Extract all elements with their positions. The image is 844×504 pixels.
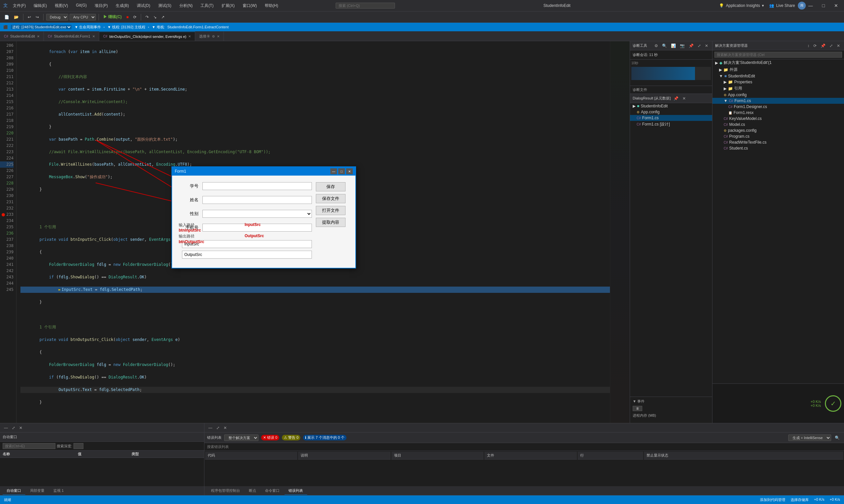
- sln-search-input[interactable]: [714, 52, 842, 58]
- add-to-source-control-btn[interactable]: 添加到代码管理: [760, 498, 785, 502]
- tree-project[interactable]: ▼ ■ StudentInfoEdit: [712, 73, 844, 79]
- error-close-btn[interactable]: ✕: [222, 425, 228, 431]
- tab-btnoutputsrc[interactable]: C# btnOutputSrc_Click(object sender, Eve…: [99, 32, 195, 41]
- step-into-btn[interactable]: ↘: [152, 14, 158, 20]
- tab-watch1[interactable]: 监视 1: [49, 487, 68, 494]
- menu-tools[interactable]: 工具(T): [199, 2, 214, 9]
- diag-float-btn[interactable]: ⤢: [696, 43, 702, 49]
- tree-appconfig[interactable]: ⚙ App.config: [630, 109, 712, 115]
- save-file-btn[interactable]: 保存文件: [316, 194, 345, 203]
- tab-close-1[interactable]: ✕: [92, 35, 95, 38]
- undo-btn[interactable]: ↩: [26, 14, 33, 20]
- menu-ext[interactable]: 扩展(X): [220, 2, 236, 9]
- sln-sync-btn[interactable]: ↕: [806, 43, 811, 49]
- menu-window[interactable]: 窗口(W): [241, 2, 258, 9]
- tree-keyvaluemodel[interactable]: C# KeyValueModel.cs: [712, 115, 844, 122]
- open-file-btn[interactable]: 📂: [12, 14, 20, 20]
- debug-config-select[interactable]: Debug: [46, 14, 68, 20]
- tree-model[interactable]: C# Model.cs: [712, 122, 844, 127]
- restart-btn[interactable]: ⟳: [132, 14, 138, 20]
- process-select[interactable]: 进程: [24876] StudentInfoEdit.exe: [11, 24, 72, 30]
- tab-studentinfoedit[interactable]: C# StudentInfoEdit ✕: [0, 32, 44, 41]
- tree-form1resx[interactable]: 📋 Form1.resx: [712, 110, 844, 115]
- diag-close-btn[interactable]: ✕: [704, 43, 709, 49]
- user-avatar[interactable]: 用: [798, 2, 806, 10]
- open-file-btn[interactable]: 打开文件: [316, 206, 345, 215]
- autos-pin-btn[interactable]: —: [3, 425, 9, 431]
- xingming-input[interactable]: [203, 196, 312, 204]
- diag-settings-btn[interactable]: ⚙: [653, 43, 659, 49]
- tree-form1cs-sln[interactable]: ▼ C# Form1.cs: [712, 98, 844, 104]
- sln-pin-btn[interactable]: 📌: [819, 43, 827, 49]
- tab-cmd[interactable]: 命令窗口: [261, 487, 284, 494]
- menu-help[interactable]: 帮助(H): [263, 2, 279, 9]
- autos-float-btn[interactable]: ⤢: [11, 425, 16, 431]
- tree-studentinfoedit[interactable]: ▶ ■ StudentInfoEdit: [630, 103, 712, 109]
- menu-git[interactable]: Git(G): [74, 2, 88, 9]
- tab-xuantianka[interactable]: 选填卡 ⚙ ✕: [195, 32, 224, 41]
- outputsrc-field[interactable]: [182, 251, 312, 258]
- diag-graph-btn[interactable]: 📊: [670, 43, 677, 49]
- menu-file[interactable]: 文件(F): [12, 2, 27, 9]
- menu-analyze[interactable]: 分析(N): [178, 2, 194, 9]
- form1-maximize-btn[interactable]: □: [338, 168, 345, 174]
- tree-properties[interactable]: ▶ 📁 Properties: [712, 79, 844, 85]
- tab-close-3[interactable]: ✕: [217, 35, 220, 38]
- dialog-result-close-btn[interactable]: ✕: [681, 95, 687, 102]
- global-search-input[interactable]: [335, 3, 395, 8]
- xingbie-select[interactable]: [203, 210, 312, 218]
- message-count-badge[interactable]: ℹ 展示 7 个消息中的 0 个: [303, 435, 346, 440]
- tree-form1designer[interactable]: C# Form1.Designer.cs: [712, 104, 844, 110]
- build-intellisense-select[interactable]: 生成 + IntelliSense: [788, 434, 831, 441]
- depth-input[interactable]: 3: [73, 443, 83, 449]
- menu-edit[interactable]: 编辑(E): [32, 2, 48, 9]
- menu-project[interactable]: 项目(P): [93, 2, 109, 9]
- xuehao-input[interactable]: [203, 182, 312, 190]
- step-over-btn[interactable]: ↷: [144, 14, 150, 20]
- sln-close-btn[interactable]: ✕: [836, 43, 841, 49]
- app-insights-btn[interactable]: 💡 Application Insights ▾: [719, 3, 764, 8]
- autos-search-input[interactable]: [3, 443, 55, 449]
- tree-packagesconfig[interactable]: ⚙ packages.config: [712, 127, 844, 133]
- tree-external[interactable]: ▶ 📁 外源: [712, 66, 844, 73]
- menu-debug[interactable]: 调试(D): [136, 2, 152, 9]
- maximize-btn[interactable]: □: [820, 2, 828, 9]
- diag-pin-btn[interactable]: 📌: [687, 43, 695, 49]
- tree-program[interactable]: C# Program.cs: [712, 133, 844, 139]
- tab-error-list[interactable]: 错误列表: [285, 487, 307, 495]
- tree-student[interactable]: C# Student.cs: [712, 145, 844, 151]
- tab-breakpoints[interactable]: 断点: [245, 487, 260, 494]
- platform-select[interactable]: Any CPU: [70, 14, 96, 20]
- menu-view[interactable]: 视图(V): [53, 2, 69, 9]
- minimize-btn[interactable]: —: [806, 2, 816, 9]
- tree-solution-root[interactable]: ▶ ◆ 解决方案'StudentInfoEdit'(1: [712, 59, 844, 66]
- diag-search-btn[interactable]: 🔍: [661, 43, 668, 49]
- form1-minimize-btn[interactable]: —: [330, 168, 337, 174]
- error-float-btn[interactable]: ⤢: [215, 425, 221, 431]
- tree-readwritetextfile[interactable]: C# ReadWriteTextFile.cs: [712, 139, 844, 145]
- form1-close-btn[interactable]: ✕: [346, 168, 353, 174]
- error-scope-select[interactable]: 整个解决方案: [224, 434, 258, 441]
- sln-float-btn[interactable]: ⤢: [828, 43, 834, 49]
- new-file-btn[interactable]: 📄: [3, 14, 11, 20]
- extract-btn[interactable]: 提取内容: [316, 218, 345, 227]
- step-out-btn[interactable]: ↗: [159, 14, 166, 20]
- lifecycle-btn[interactable]: ▼ 生命周期事件: [74, 25, 101, 30]
- thread-select[interactable]: ▼ 线程: [31392] 主线程: [107, 25, 145, 30]
- warning-count-badge[interactable]: ⚠ 警告 0: [282, 435, 300, 440]
- tab-locals[interactable]: 局部变量: [26, 487, 49, 494]
- error-count-badge[interactable]: ✕ 错误 0: [261, 435, 279, 440]
- error-pin-btn[interactable]: —: [207, 425, 214, 431]
- dialog-result-pin-btn[interactable]: 📌: [672, 95, 680, 102]
- tree-form1cs[interactable]: C# Form1.cs: [630, 115, 712, 121]
- sln-refresh-btn[interactable]: ⟳: [812, 43, 818, 49]
- tab-form1[interactable]: C# StudentInfoEdit.Form1 ✕: [44, 32, 99, 41]
- stop-btn[interactable]: ■: [125, 14, 130, 20]
- close-btn[interactable]: ✕: [831, 2, 841, 9]
- tab-package-manager[interactable]: 程序包管理控制台: [207, 487, 244, 494]
- tab-close-0[interactable]: ✕: [37, 35, 39, 38]
- error-search-btn[interactable]: 🔍: [833, 434, 841, 441]
- menu-test[interactable]: 测试(S): [157, 2, 173, 9]
- redo-btn[interactable]: ↪: [34, 14, 40, 20]
- live-share-btn[interactable]: 👥 Live Share: [769, 3, 795, 8]
